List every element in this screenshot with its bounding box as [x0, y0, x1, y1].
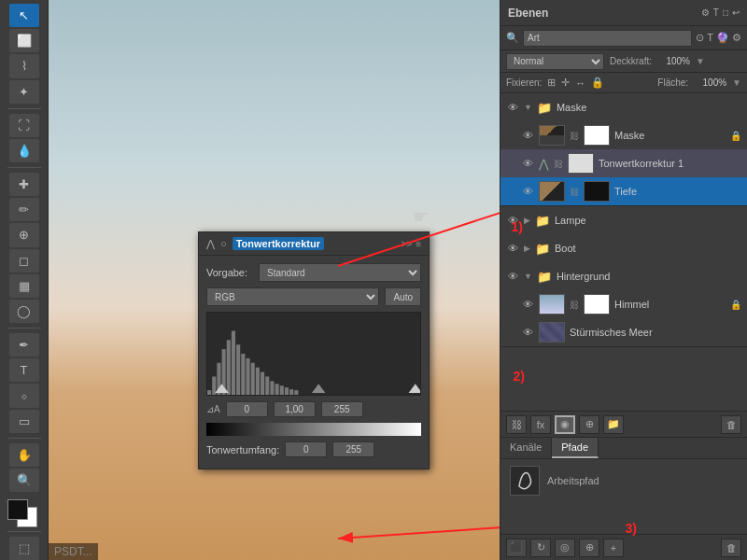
- tool-move[interactable]: ↖: [9, 4, 39, 27]
- panel-header-icons: >> ≡: [401, 239, 421, 249]
- layer-item-maske[interactable]: 👁 ⛓ Maske 🔒: [500, 121, 747, 149]
- lock-icon-2[interactable]: ✛: [561, 77, 570, 89]
- layer-item-tiefe[interactable]: 👁 ⛓ Tiefe: [500, 177, 747, 205]
- layer-item-himmel[interactable]: 👁 ⛓ Himmel 🔒: [500, 290, 747, 318]
- svg-rect-4: [227, 340, 231, 395]
- layer-eye-lampe[interactable]: 👁: [506, 215, 519, 226]
- tool-heal[interactable]: ✚: [9, 173, 39, 196]
- vorgabe-select[interactable]: Standard: [259, 263, 421, 282]
- tool-path-select[interactable]: ⬦: [9, 384, 39, 407]
- layer-lock-maske: 🔒: [730, 131, 741, 141]
- pfad-new-btn[interactable]: +: [603, 539, 624, 557]
- panel-expand-icon[interactable]: >>: [401, 239, 412, 249]
- layer-eye-hintergrund[interactable]: 👁: [506, 271, 519, 282]
- layer-name-hintergrund: Hintergrund: [557, 271, 741, 282]
- layer-eye-himmel[interactable]: 👁: [521, 299, 534, 310]
- layer-chevron-hintergrund[interactable]: ▼: [524, 272, 532, 281]
- panel-menu-icon[interactable]: ≡: [416, 239, 421, 249]
- lock-icon-4[interactable]: 🔒: [591, 77, 604, 89]
- lock-icon-1[interactable]: ⊞: [547, 77, 556, 89]
- layer-eye-meer[interactable]: 👁: [521, 327, 534, 338]
- filter-icon-2[interactable]: T: [707, 32, 713, 44]
- filter-icon-1[interactable]: ⊙: [696, 32, 704, 44]
- pfad-stroke-btn[interactable]: ↻: [530, 539, 551, 557]
- tool-clone[interactable]: ⊕: [9, 223, 39, 246]
- lock-row: Fixieren: ⊞ ✛ ↔ 🔒 Fläche: 100% ▼: [500, 73, 747, 93]
- tool-magic-wand[interactable]: ✦: [9, 80, 39, 104]
- flaeche-arrow[interactable]: ▼: [732, 77, 741, 88]
- foreground-color-swatch[interactable]: [7, 499, 28, 520]
- layer-item-boot[interactable]: 👁 ▶ 📁 Boot: [500, 234, 747, 262]
- layer-thumb-himmel: [539, 294, 565, 315]
- midtones-input[interactable]: 1,00: [274, 401, 316, 417]
- action-fx-btn[interactable]: fx: [530, 415, 551, 434]
- layer-chevron-maske[interactable]: ▼: [524, 103, 532, 112]
- deckkraft-label: Deckkraft:: [610, 56, 652, 66]
- tab-kanaele[interactable]: Kanäle: [500, 438, 552, 458]
- tool-gradient[interactable]: ▦: [9, 274, 39, 298]
- tool-crop[interactable]: ⛶: [9, 114, 39, 137]
- blend-mode-select[interactable]: Normal: [506, 53, 604, 70]
- tool-text[interactable]: T: [9, 358, 39, 382]
- canvas-area: ☛ ⋀ ○ Tonwertkorrektur >> ≡ Vorgabe:: [49, 0, 500, 560]
- layer-item-hintergrund[interactable]: 👁 ▼ 📁 Hintergrund: [500, 262, 747, 290]
- layer-item-maske-group[interactable]: 👁 ▼ 📁 Maske: [500, 93, 747, 121]
- layer-item-tonwert[interactable]: 👁 ⋀ ⛓ Tonwertkorrektur 1: [500, 149, 747, 177]
- pfad-selection-btn[interactable]: ◎: [555, 539, 575, 557]
- tool-lasso[interactable]: ⌇: [9, 54, 39, 77]
- layer-chevron-lampe[interactable]: ▶: [524, 216, 530, 225]
- pfad-item-arbeitspfad[interactable]: Arbeitspfad: [504, 463, 743, 498]
- shadows-input[interactable]: 0: [226, 401, 268, 417]
- filter-icon-3[interactable]: 🔮: [716, 32, 729, 44]
- layer-item-lampe[interactable]: 👁 ▶ 📁 Lampe: [500, 206, 747, 234]
- channel-row: RGB Auto: [206, 287, 421, 306]
- action-trash-btn[interactable]: 🗑: [721, 415, 741, 434]
- layer-eye-tiefe[interactable]: 👁: [521, 186, 534, 197]
- layer-name-tonwert: Tonwertkorrektur 1: [599, 158, 741, 169]
- layer-name-lampe: Lampe: [555, 215, 741, 226]
- action-mask-btn[interactable]: ◉: [555, 415, 575, 434]
- lock-icon-3[interactable]: ↔: [575, 77, 585, 89]
- tool-brush[interactable]: ✏: [9, 198, 39, 221]
- layer-mask-thumb-maske: [584, 125, 610, 146]
- layer-eye-boot[interactable]: 👁: [506, 243, 519, 254]
- layer-folder-hintergrund: 📁: [537, 270, 552, 284]
- action-adjustment-btn[interactable]: ⊕: [579, 415, 599, 434]
- layer-chain-maske: ⛓: [570, 131, 579, 141]
- tool-zoom[interactable]: 🔍: [9, 469, 39, 492]
- pfad-fill-btn[interactable]: ⬛: [506, 539, 527, 557]
- tool-hand[interactable]: ✋: [9, 443, 39, 467]
- auto-button[interactable]: Auto: [385, 287, 421, 306]
- layer-item-meer[interactable]: 👁 Stürmisches Meer: [500, 318, 747, 346]
- action-group-btn[interactable]: 📁: [603, 415, 624, 434]
- tool-select-rect[interactable]: ⬜: [9, 29, 39, 52]
- panel-header: ⋀ ○ Tonwertkorrektur >> ≡: [199, 232, 429, 256]
- tool-pen[interactable]: ✒: [9, 333, 39, 357]
- tool-eraser[interactable]: ◻: [9, 249, 39, 273]
- layer-eye-maske-group[interactable]: 👁: [506, 102, 519, 113]
- range-high-input[interactable]: 255: [332, 441, 374, 457]
- action-link-btn[interactable]: ⛓: [506, 415, 527, 434]
- tool-eyedropper[interactable]: 💧: [9, 139, 39, 162]
- layer-eye-maske[interactable]: 👁: [521, 130, 534, 141]
- panel-body: Vorgabe: Standard RGB Auto: [199, 256, 429, 469]
- pfad-trash-btn[interactable]: 🗑: [721, 539, 741, 557]
- range-low-input[interactable]: 0: [285, 441, 327, 457]
- search-input[interactable]: [523, 30, 692, 47]
- layer-chain-himmel: ⛓: [570, 300, 579, 310]
- eigenschaften-panel: ⋀ ○ Tonwertkorrektur >> ≡ Vorgabe: Stand…: [198, 231, 430, 469]
- svg-rect-1: [212, 376, 216, 395]
- layer-eye-tonwert[interactable]: 👁: [521, 158, 534, 169]
- layer-chevron-boot[interactable]: ▶: [524, 244, 530, 253]
- deckkraft-arrow[interactable]: ▼: [696, 56, 705, 66]
- tool-screen-mode[interactable]: ⬚: [9, 537, 39, 560]
- tool-shape[interactable]: ▭: [9, 410, 39, 433]
- layer-folder-lampe: 📁: [535, 214, 550, 228]
- channel-select[interactable]: RGB: [206, 287, 379, 306]
- layer-folder-maske: 📁: [537, 101, 552, 115]
- highlights-input[interactable]: 255: [321, 401, 363, 417]
- tool-dodge[interactable]: ◯: [9, 300, 39, 323]
- filter-icon-4[interactable]: ⚙: [732, 32, 741, 44]
- pfad-mask-btn[interactable]: ⊕: [579, 539, 599, 557]
- tab-pfade[interactable]: Pfade: [552, 438, 599, 458]
